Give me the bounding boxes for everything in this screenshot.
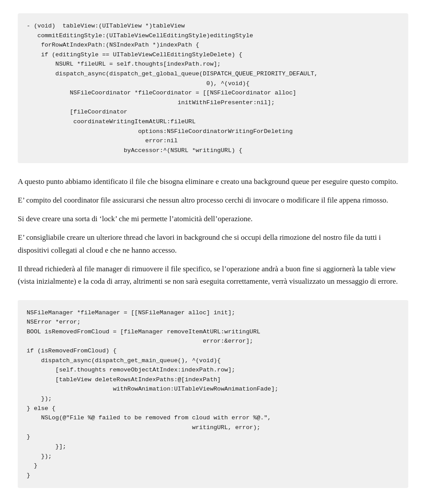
code-block-2: NSFileManager *fileManager = [[NSFileMan… [18, 300, 408, 488]
code-line: - (void) tableView:(UITableView *)tableV… [27, 23, 318, 154]
code-block-1: - (void) tableView:(UITableView *)tableV… [18, 13, 408, 163]
code-line-2: NSFileManager *fileManager = [[NSFileMan… [27, 309, 278, 479]
prose-paragraph-3: Si deve creare una sorta di ‘lock’ che m… [18, 213, 408, 225]
prose-paragraph-4: E’ consigliabile creare un ulteriore thr… [18, 231, 408, 256]
prose-paragraph-5: Il thread richiederà al file manager di … [18, 263, 408, 288]
prose-paragraph-2: E’ compito del coordinator file assicura… [18, 194, 408, 207]
prose-paragraph-1: A questo punto abbiamo identificato il f… [18, 176, 408, 188]
prose-section-1: A questo punto abbiamo identificato il f… [18, 176, 408, 287]
